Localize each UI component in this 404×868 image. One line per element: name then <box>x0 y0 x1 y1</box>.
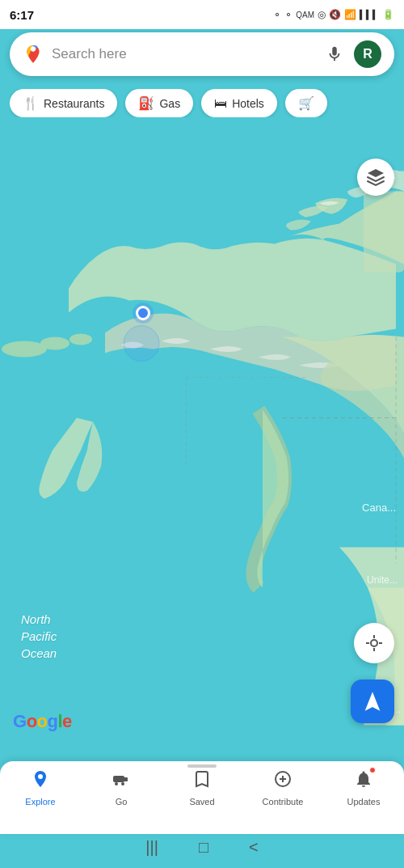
hotels-pill[interactable]: 🛏 Hotels <box>201 89 277 117</box>
layers-icon <box>366 167 385 187</box>
svg-point-19 <box>115 782 118 785</box>
my-location-icon <box>364 633 384 653</box>
battery-icon: 🔋 <box>382 9 394 20</box>
category-pills: 🍴 Restaurants ⛽ Gas 🛏 Hotels 🛒 <box>10 89 404 117</box>
saved-icon <box>192 769 212 794</box>
status-icons: ⚬ ⚬ QAM ◎ 🔇 📶 ▍▍▍ 🔋 <box>273 9 394 20</box>
svg-point-2 <box>40 337 69 350</box>
navigation-button[interactable] <box>351 680 394 723</box>
ocean-label: North Pacific Ocean <box>21 611 57 662</box>
home-icon[interactable]: □ <box>199 838 208 857</box>
nav-contribute[interactable]: Contribute <box>242 769 323 807</box>
google-maps-logo <box>23 44 44 65</box>
hotels-icon: 🛏 <box>214 96 227 111</box>
qam-icon: QAM <box>296 11 314 19</box>
explore-icon <box>31 769 50 794</box>
svg-rect-18 <box>123 777 128 781</box>
grocery-pill[interactable]: 🛒 <box>285 89 327 117</box>
layers-button[interactable] <box>357 159 394 196</box>
svg-point-20 <box>121 782 124 785</box>
location-icon: ◎ <box>318 9 326 20</box>
nav-handle <box>187 764 217 768</box>
google-o1: o <box>27 711 37 731</box>
united-states-label: Unite... <box>367 574 398 586</box>
my-location-button[interactable] <box>354 623 394 663</box>
search-bar-container: Search here R <box>10 32 394 76</box>
svg-point-11 <box>371 640 377 646</box>
gesture-bar: ||| □ < <box>145 838 258 857</box>
hotels-label: Hotels <box>232 97 264 110</box>
restaurants-label: Restaurants <box>44 97 104 110</box>
restaurants-icon: 🍴 <box>23 95 39 111</box>
user-location-dot <box>136 306 150 320</box>
contribute-label: Contribute <box>263 797 304 807</box>
notification-dot <box>369 767 376 773</box>
status-bar: 6:17 ⚬ ⚬ QAM ◎ 🔇 📶 ▍▍▍ 🔋 <box>0 0 404 29</box>
google-o2: o <box>37 711 48 731</box>
go-label: Go <box>116 797 128 807</box>
gas-pill[interactable]: ⛽ Gas <box>125 89 193 117</box>
svg-rect-4 <box>364 192 404 273</box>
svg-point-16 <box>38 774 43 779</box>
ring-icon2: ⚬ <box>284 9 292 20</box>
google-logo: Google <box>13 711 72 732</box>
nav-explore[interactable]: Explore <box>0 769 81 807</box>
map-area[interactable]: North Pacific Ocean Cana... Unite... Me.… <box>0 0 404 868</box>
navigation-icon <box>361 690 384 713</box>
signal-icon: ▍▍▍ <box>360 10 379 20</box>
status-time: 6:17 <box>10 8 34 22</box>
ring-icon1: ⚬ <box>273 9 281 20</box>
search-bar[interactable]: Search here R <box>10 32 394 76</box>
svg-point-3 <box>69 334 92 345</box>
grocery-icon: 🛒 <box>298 95 314 111</box>
mic-icon[interactable] <box>323 43 346 66</box>
updates-icon <box>354 769 373 794</box>
nav-updates[interactable]: Updates <box>323 769 404 807</box>
user-avatar[interactable]: R <box>354 40 381 68</box>
svg-point-9 <box>124 326 159 362</box>
search-placeholder[interactable]: Search here <box>52 46 315 62</box>
nav-go[interactable]: Go <box>81 769 162 807</box>
restaurants-pill[interactable]: 🍴 Restaurants <box>10 89 117 117</box>
google-g2: g <box>48 711 58 731</box>
nav-saved[interactable]: Saved <box>162 769 242 807</box>
back-icon[interactable]: < <box>249 838 259 857</box>
volume-mute-icon: 🔇 <box>329 9 341 20</box>
contribute-icon <box>273 769 292 794</box>
go-icon <box>112 769 131 794</box>
saved-label: Saved <box>189 797 214 807</box>
canada-label: Cana... <box>362 502 396 514</box>
bottom-navigation: Explore Go Saved Contri <box>0 761 404 834</box>
google-e: e <box>62 711 72 731</box>
svg-point-1 <box>2 341 47 358</box>
explore-label: Explore <box>25 797 55 807</box>
updates-label: Updates <box>347 797 381 807</box>
gas-icon: ⛽ <box>138 95 154 111</box>
svg-point-10 <box>31 47 35 51</box>
gas-label: Gas <box>159 97 180 110</box>
svg-rect-17 <box>113 776 124 782</box>
recent-apps-icon[interactable]: ||| <box>145 838 158 857</box>
wifi-icon: 📶 <box>344 9 356 20</box>
google-g: G <box>13 711 27 731</box>
